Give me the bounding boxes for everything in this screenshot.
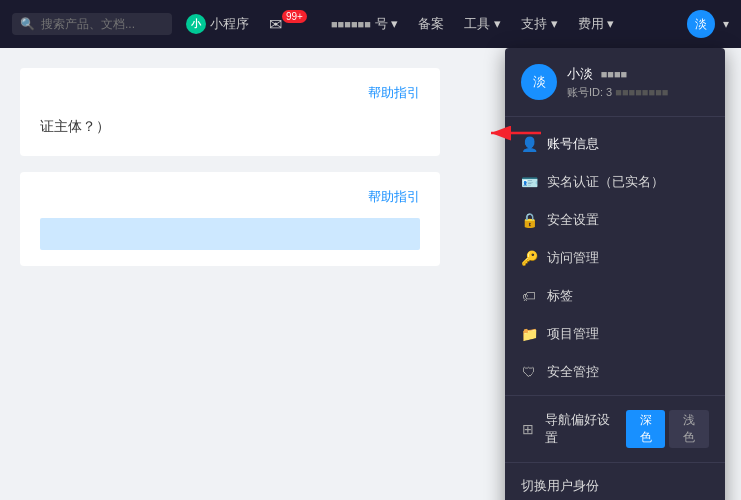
dropdown-item-tags[interactable]: 🏷 标签 bbox=[505, 277, 725, 315]
nav-pref-icon: ⊞ bbox=[521, 421, 535, 437]
tag-icon: 🏷 bbox=[521, 288, 537, 304]
search-box[interactable]: 🔍 bbox=[12, 13, 172, 35]
dropdown-item-real-name[interactable]: 🪪 实名认证（已实名） bbox=[505, 163, 725, 201]
card-1: 帮助指引 证主体？） bbox=[20, 68, 440, 156]
theme-light-button[interactable]: 浅色 bbox=[669, 410, 709, 448]
dropdown-nav-pref[interactable]: ⊞ 导航偏好设置 深色 浅色 bbox=[505, 400, 725, 458]
card-2-header: 帮助指引 bbox=[40, 188, 420, 206]
folder-icon: 📁 bbox=[521, 326, 537, 342]
nav-tools[interactable]: 工具 ▾ bbox=[458, 11, 507, 37]
search-input[interactable] bbox=[41, 17, 151, 31]
mail-icon: ✉ bbox=[269, 15, 282, 34]
topbar: 🔍 小 小程序 ✉ 99+ ■■■■■■ 号 ▾ 备案 工具 ▾ 支持 ▾ 费用… bbox=[0, 0, 741, 48]
main-content: 帮助指引 证主体？） 帮助指引 淡 小淡 ■■■■ 账号ID: bbox=[0, 48, 741, 500]
theme-buttons: 深色 浅色 bbox=[626, 410, 709, 448]
dropdown-user-id: 账号ID: 3 ■■■■■■■■ bbox=[567, 85, 668, 100]
theme-dark-button[interactable]: 深色 bbox=[626, 410, 666, 448]
nav-miniprogram[interactable]: 小 小程序 bbox=[180, 10, 255, 38]
tools-label: 工具 ▾ bbox=[464, 15, 501, 33]
lock-icon: 🔒 bbox=[521, 212, 537, 228]
nav-fee[interactable]: 费用 ▾ bbox=[572, 11, 621, 37]
mail-badge: 99+ bbox=[282, 10, 307, 23]
nav-support[interactable]: 支持 ▾ bbox=[515, 11, 564, 37]
card-2: 帮助指引 bbox=[20, 172, 440, 266]
dropdown-item-project[interactable]: 📁 项目管理 bbox=[505, 315, 725, 353]
filing-label: 备案 bbox=[418, 15, 444, 33]
help-link-2[interactable]: 帮助指引 bbox=[368, 188, 420, 206]
dropdown-item-security-control[interactable]: 🛡 安全管控 bbox=[505, 353, 725, 391]
dropdown-user-info: 淡 小淡 ■■■■ 账号ID: 3 ■■■■■■■■ bbox=[505, 48, 725, 117]
dropdown-item-access[interactable]: 🔑 访问管理 bbox=[505, 239, 725, 277]
divider-2 bbox=[505, 462, 725, 463]
nav-account[interactable]: ■■■■■■ 号 ▾ bbox=[325, 11, 405, 37]
avatar-button[interactable]: 淡 bbox=[687, 10, 715, 38]
miniprogram-label: 小程序 bbox=[210, 15, 249, 33]
person-icon: 👤 bbox=[521, 136, 537, 152]
account-label: ■■■■■■ bbox=[331, 18, 371, 30]
miniprogram-icon: 小 bbox=[186, 14, 206, 34]
divider-1 bbox=[505, 395, 725, 396]
nav-filing[interactable]: 备案 bbox=[412, 11, 450, 37]
shield-icon: 🛡 bbox=[521, 364, 537, 380]
dropdown-item-account-info[interactable]: 👤 账号信息 bbox=[505, 125, 725, 163]
left-panel: 帮助指引 证主体？） 帮助指引 bbox=[0, 48, 460, 500]
dropdown-switch-identity[interactable]: 切换用户身份 bbox=[505, 467, 725, 500]
support-label: 支持 ▾ bbox=[521, 15, 558, 33]
dropdown-menu: 淡 小淡 ■■■■ 账号ID: 3 ■■■■■■■■ 👤 账号信息 bbox=[505, 48, 725, 500]
id-card-icon: 🪪 bbox=[521, 174, 537, 190]
nav-mail[interactable]: ✉ 99+ bbox=[263, 11, 317, 38]
card-1-header: 帮助指引 bbox=[40, 84, 420, 102]
dropdown-arrow-icon[interactable]: ▾ bbox=[723, 17, 729, 31]
card-1-content: 证主体？） bbox=[40, 114, 420, 140]
dropdown-avatar: 淡 bbox=[521, 64, 557, 100]
dropdown-item-security[interactable]: 🔒 安全设置 bbox=[505, 201, 725, 239]
search-icon: 🔍 bbox=[20, 17, 35, 31]
fee-label: 费用 ▾ bbox=[578, 15, 615, 33]
card-blue-bar bbox=[40, 218, 420, 250]
account-suffix: 号 ▾ bbox=[375, 15, 399, 33]
dropdown-user-name: 小淡 ■■■■ bbox=[567, 65, 668, 83]
key-icon: 🔑 bbox=[521, 250, 537, 266]
help-link-1[interactable]: 帮助指引 bbox=[368, 84, 420, 102]
dropdown-items: 👤 账号信息 🪪 实名认证（已实名） 🔒 安全设置 🔑 访问管理 🏷 bbox=[505, 117, 725, 500]
